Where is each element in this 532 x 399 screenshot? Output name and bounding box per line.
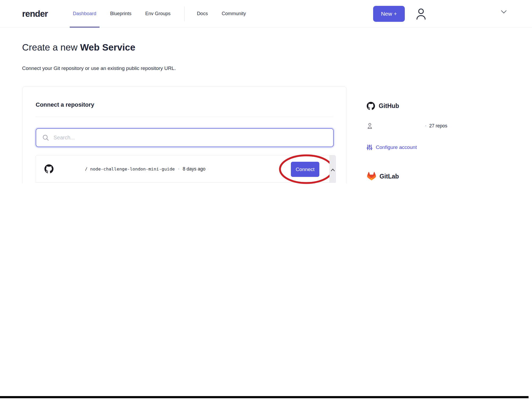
sliders-icon (367, 144, 372, 151)
new-button[interactable]: New + (373, 6, 405, 22)
card-heading: Connect a repository (36, 101, 94, 108)
render-logo[interactable]: render (22, 9, 48, 19)
github-icon (44, 164, 53, 173)
repository-search-box (36, 128, 334, 147)
page-title-prefix: Create a new (22, 42, 80, 52)
nav-item-env-groups-label: Env Groups (145, 11, 171, 16)
git-providers-sidebar: GitHub · 27 repos Configure account (367, 102, 494, 181)
nav-item-community[interactable]: Community (222, 0, 246, 27)
nav-item-docs-label: Docs (197, 11, 208, 16)
connect-button[interactable]: Connect (291, 162, 319, 177)
card-heading-divider (36, 117, 333, 117)
nav-item-docs[interactable]: Docs (197, 0, 208, 27)
search-input[interactable] (53, 129, 333, 147)
chevron-down-icon[interactable] (501, 10, 507, 14)
github-section-heading: GitHub (367, 102, 494, 110)
top-navigation-bar: render Dashboard Blueprints Env Groups D… (0, 0, 532, 28)
github-title: GitHub (379, 102, 399, 110)
nav-item-dashboard[interactable]: Dashboard (73, 0, 96, 27)
github-icon (367, 102, 375, 110)
repository-list: / node-challenge-london-mini-guide · 8 d… (36, 155, 336, 183)
nav-item-community-label: Community (222, 11, 246, 16)
repos-count: 27 repos (429, 123, 447, 129)
nav-item-env-groups[interactable]: Env Groups (145, 0, 171, 27)
github-username-redacted (376, 123, 425, 128)
nav-divider (184, 6, 185, 22)
page-title: Create a new Web Service (22, 42, 135, 53)
repository-row: / node-challenge-london-mini-guide · 8 d… (36, 155, 336, 182)
nav-item-dashboard-label: Dashboard (73, 11, 96, 16)
nav-item-blueprints-label: Blueprints (110, 11, 131, 16)
repos-separator: · (425, 123, 427, 128)
github-account-row: · 27 repos (367, 122, 494, 129)
connect-repository-card: Connect a repository / node-challenge-lo… (22, 86, 347, 184)
page-title-emphasis: Web Service (80, 42, 135, 52)
repo-separator: · (178, 166, 180, 172)
configure-account-label: Configure account (376, 144, 417, 150)
primary-nav: Dashboard Blueprints Env Groups Docs Com… (73, 0, 260, 27)
gitlab-section-heading[interactable]: GitLab (367, 172, 494, 181)
gitlab-title: GitLab (380, 173, 399, 180)
repo-updated: 8 days ago (183, 166, 205, 172)
scroll-up-icon[interactable] (331, 157, 335, 182)
page-subtitle: Connect your Git repository or use an ex… (22, 65, 176, 71)
bottom-window-edge (0, 396, 529, 398)
repo-owner-redacted (53, 166, 85, 172)
person-icon (367, 122, 373, 129)
list-scrollbar[interactable] (329, 155, 336, 182)
repo-path: / node-challenge-london-mini-guide (85, 167, 175, 172)
search-icon (42, 134, 49, 141)
gitlab-icon (367, 172, 376, 181)
nav-item-blueprints[interactable]: Blueprints (110, 0, 131, 27)
configure-account-link[interactable]: Configure account (367, 144, 494, 151)
user-avatar-icon[interactable] (415, 7, 427, 21)
